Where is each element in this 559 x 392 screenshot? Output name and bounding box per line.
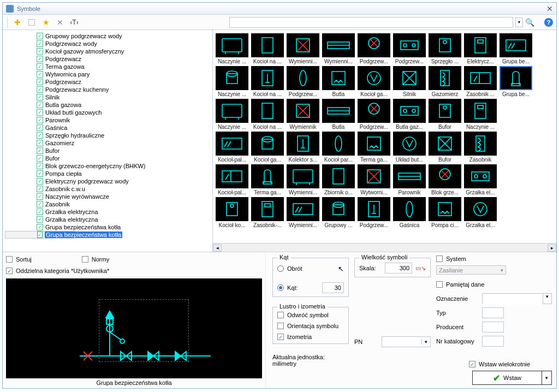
symbol-thumb[interactable] — [499, 66, 532, 90]
angle-radio[interactable]: Kąt: — [277, 282, 344, 293]
scroll-right-icon[interactable]: ▸ — [548, 244, 556, 252]
rotation-radio[interactable]: Obrót↖ — [277, 263, 344, 275]
symbol-thumb[interactable] — [393, 197, 426, 221]
symbol-thumb[interactable] — [287, 33, 319, 57]
symbol-thumb[interactable] — [251, 66, 284, 90]
symbol-thumb[interactable] — [464, 33, 497, 57]
symbol-thumb[interactable] — [464, 164, 497, 188]
symbol-thumb[interactable] — [251, 164, 284, 188]
symbol-thumb[interactable] — [216, 132, 248, 156]
pn-dropdown[interactable]: ▾ — [421, 339, 430, 345]
scroll-left-icon[interactable]: ◂ — [213, 244, 222, 252]
scale-pick-icon[interactable]: ▭↘ — [415, 265, 426, 272]
symbol-thumb[interactable] — [393, 164, 426, 188]
grid-button[interactable] — [26, 17, 37, 28]
symbol-thumb[interactable] — [464, 197, 497, 221]
symbol-thumb[interactable] — [464, 66, 497, 90]
tree-item[interactable]: ✓Pompa ciepła — [5, 170, 212, 177]
tree-item[interactable]: ✓Blok grzewczo-energetyczny (BHKW) — [5, 162, 212, 170]
symbol-thumb[interactable] — [429, 33, 461, 57]
tree-item[interactable]: ✓Grupa bezpieczeństwa kotła — [5, 231, 75, 239]
tree-item[interactable]: ✓Zasobnik c.w.u — [5, 185, 212, 193]
pn-input[interactable] — [382, 337, 421, 347]
multi-insert-checkbox[interactable]: ✓Wstaw wielokrotnie — [469, 361, 552, 367]
symbol-thumb[interactable] — [429, 132, 461, 156]
angle-input[interactable] — [322, 282, 344, 293]
tree-item[interactable]: ✓Silnik — [5, 93, 212, 101]
delete-button[interactable]: ✕ — [55, 17, 66, 28]
orient-checkbox[interactable]: Orientacja symbolu — [277, 323, 344, 329]
mark-input[interactable] — [483, 294, 543, 305]
symbol-grid[interactable]: Naczynie ...Kocioł na ...Wymienni...Wymi… — [213, 30, 556, 243]
symbol-thumb[interactable] — [287, 99, 319, 123]
tree-item[interactable]: ✓Naczynie wyrównawcze — [5, 193, 212, 200]
tree-item[interactable]: ✓Grupowy podgrzewacz wody — [5, 32, 212, 40]
symbol-thumb[interactable] — [322, 132, 355, 156]
symbol-thumb[interactable] — [358, 33, 390, 57]
user-category-checkbox[interactable]: ✓Oddzielna kategoria *Użytkownika* — [6, 268, 109, 274]
tree-item[interactable]: ✓Podgrzewacz kuchenny — [5, 86, 212, 93]
symbol-thumb[interactable] — [251, 132, 284, 156]
tree-item[interactable]: ✓Parownik — [5, 116, 212, 124]
symbol-thumb[interactable] — [322, 164, 355, 188]
symbol-thumb[interactable] — [216, 197, 248, 221]
symbol-thumb[interactable] — [216, 164, 248, 188]
symbol-thumb[interactable] — [499, 33, 532, 57]
symbol-thumb[interactable] — [464, 132, 497, 156]
tree-item[interactable]: ✓Układ butli gazowych — [5, 109, 212, 116]
symbol-thumb[interactable] — [358, 197, 390, 221]
symbol-thumb[interactable] — [358, 66, 390, 90]
tree-item[interactable]: ✓Wytwornica pary — [5, 70, 212, 78]
type-input[interactable] — [482, 307, 504, 318]
symbol-thumb[interactable] — [429, 66, 461, 90]
symbol-thumb[interactable] — [429, 197, 461, 221]
tree-item[interactable]: ✓Gazomierz — [5, 139, 212, 147]
manufacturer-input[interactable] — [482, 322, 504, 332]
insert-dropdown[interactable]: ▾ — [542, 371, 552, 385]
symbol-thumb[interactable] — [322, 197, 355, 221]
tree-item[interactable]: ✓Podgrzewacz — [5, 78, 212, 86]
tree-item[interactable]: ✓Kocioł gazowy atmosferyczny — [5, 47, 212, 55]
norms-checkbox[interactable]: Normy — [82, 256, 109, 263]
sort-checkbox[interactable]: Sortuj — [6, 256, 32, 263]
text-button[interactable]: ‹T› — [69, 17, 80, 28]
symbol-thumb[interactable] — [251, 197, 284, 221]
tree-item[interactable]: ✓Grupa bezpieczeństwa kotła — [5, 223, 212, 231]
symbol-thumb[interactable] — [322, 99, 355, 123]
symbol-thumb[interactable] — [393, 33, 426, 57]
symbol-thumb[interactable] — [287, 197, 319, 221]
symbol-thumb[interactable] — [216, 33, 248, 57]
symbol-thumb[interactable] — [358, 99, 390, 123]
tree-item[interactable]: ✓Elektryczny podgrzewacz wody — [5, 177, 212, 185]
tree-item[interactable]: ✓Bufor — [5, 147, 212, 155]
help-icon[interactable]: ? — [544, 18, 553, 27]
symbol-thumb[interactable] — [251, 33, 284, 57]
scale-input[interactable] — [385, 263, 412, 274]
tree-item[interactable]: ✓Bufor — [5, 155, 212, 162]
tree-item[interactable]: ✓Gaśnica — [5, 124, 212, 132]
tree-item[interactable]: ✓Sprzęgło hydrauliczne — [5, 132, 212, 139]
symbol-thumb[interactable] — [429, 99, 461, 123]
symbol-thumb[interactable] — [216, 99, 248, 123]
tree-item[interactable]: ✓Grzałka elektryczna — [5, 216, 212, 223]
tree-item[interactable]: ✓Butla gazowa — [5, 101, 212, 109]
search-icon[interactable]: 🔍 — [525, 18, 534, 27]
symbol-thumb[interactable] — [393, 132, 426, 156]
flip-checkbox[interactable]: Odwróć symbol — [277, 312, 344, 318]
close-icon[interactable]: ✕ — [546, 4, 553, 13]
search-input[interactable] — [229, 17, 513, 28]
add-button[interactable]: ✚ — [12, 17, 23, 28]
iso-checkbox[interactable]: ✓Izometria — [277, 334, 344, 340]
system-checkbox[interactable]: System — [436, 256, 552, 262]
tree-item[interactable]: ✓Grzałka elektryczna — [5, 208, 212, 216]
symbol-thumb[interactable] — [287, 66, 319, 90]
tree-item[interactable]: ✓Podgrzewacz — [5, 55, 212, 63]
insert-button[interactable]: ✔Wstaw — [472, 371, 542, 385]
symbol-thumb[interactable] — [429, 164, 461, 188]
symbol-thumb[interactable] — [216, 66, 248, 90]
symbol-thumb[interactable] — [464, 99, 497, 123]
remember-checkbox[interactable]: Pamiętaj dane — [436, 281, 552, 288]
symbol-thumb[interactable] — [358, 164, 390, 188]
search-dropdown[interactable]: ▾ — [515, 17, 523, 27]
catalog-input[interactable] — [482, 336, 504, 347]
